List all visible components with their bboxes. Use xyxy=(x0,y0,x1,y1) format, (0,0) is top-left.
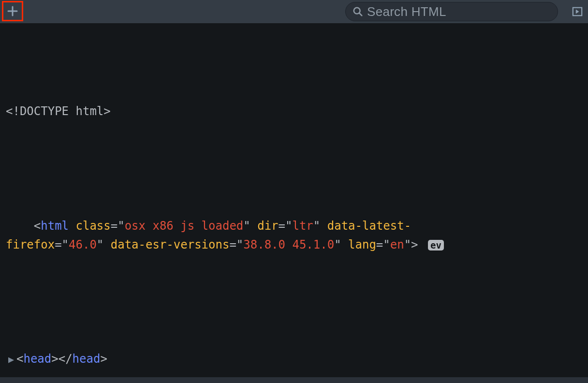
html-element-row[interactable]: <html class="osx x86 js loaded" dir="ltr… xyxy=(6,197,588,273)
search-icon xyxy=(353,6,363,17)
panel-icon xyxy=(572,6,583,17)
doctype-text: <!DOCTYPE html> xyxy=(6,102,111,121)
svg-marker-5 xyxy=(576,10,579,13)
tag-name: html xyxy=(41,219,69,233)
inspector-toolbar: Search HTML xyxy=(0,0,588,23)
add-node-button[interactable] xyxy=(2,1,23,21)
doctype-row[interactable]: <!DOCTYPE html> xyxy=(6,102,588,121)
plus-icon xyxy=(7,5,18,17)
head-element-row[interactable]: ▶<head></head> xyxy=(6,350,588,368)
search-placeholder: Search HTML xyxy=(367,4,446,19)
search-html-input[interactable]: Search HTML xyxy=(345,2,558,21)
svg-line-3 xyxy=(359,13,362,16)
event-listener-badge[interactable]: ev xyxy=(428,240,444,250)
toggle-sidebar-button[interactable] xyxy=(571,5,584,18)
horizontal-scrollbar[interactable] xyxy=(0,377,588,383)
dom-tree[interactable]: <!DOCTYPE html> <html class="osx x86 js … xyxy=(0,23,588,383)
scrollbar-thumb[interactable] xyxy=(0,377,588,383)
expand-twisty-icon[interactable]: ▶ xyxy=(6,352,16,368)
